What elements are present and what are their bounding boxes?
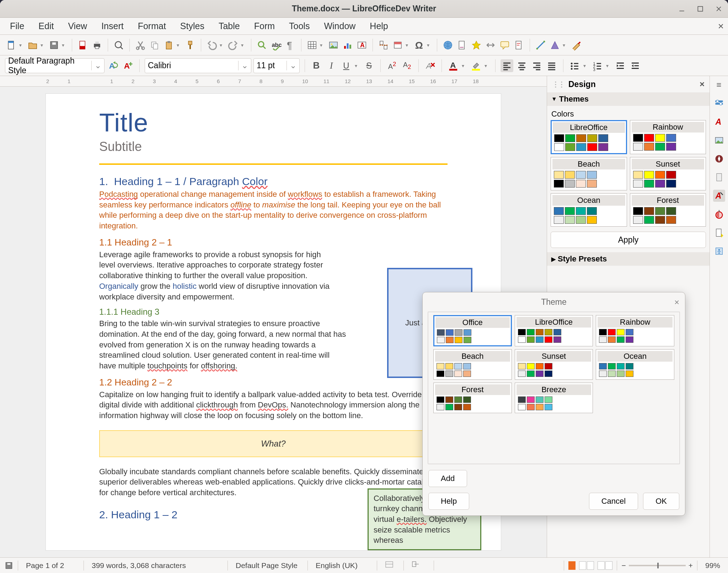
heading-2[interactable]: 1.1 Heading 2 – 1 bbox=[99, 237, 448, 248]
insert-field-icon[interactable] bbox=[391, 39, 404, 52]
properties-panel-icon[interactable] bbox=[713, 97, 725, 109]
increase-indent-icon[interactable] bbox=[614, 59, 627, 72]
copy-icon[interactable] bbox=[148, 39, 161, 52]
theme-card-rainbow[interactable]: Rainbow bbox=[596, 315, 674, 346]
insert-image-icon[interactable] bbox=[327, 39, 340, 52]
new-document-icon[interactable] bbox=[5, 39, 18, 52]
menu-format[interactable]: Format bbox=[132, 19, 172, 33]
zoom-slider[interactable]: − + bbox=[621, 561, 693, 570]
insert-comment-icon[interactable] bbox=[498, 39, 511, 52]
save-icon[interactable] bbox=[48, 39, 60, 52]
dialog-titlebar[interactable]: Theme × bbox=[423, 292, 685, 312]
find-replace-icon[interactable] bbox=[256, 39, 268, 52]
ok-button[interactable]: OK bbox=[643, 493, 679, 510]
dropdown-icon[interactable]: ▾ bbox=[485, 63, 490, 69]
insert-special-char-icon[interactable]: Ω bbox=[413, 39, 425, 52]
insert-textbox-icon[interactable]: A bbox=[355, 39, 368, 52]
view-layout-icons[interactable] bbox=[568, 561, 612, 570]
paragraph[interactable]: Leverage agile frameworks to provide a r… bbox=[99, 249, 334, 302]
document-subtitle[interactable]: Subtitle bbox=[99, 139, 448, 154]
heading-1[interactable]: 1. Heading 1 – 1 / Paragraph Color bbox=[99, 175, 448, 188]
align-right-icon[interactable] bbox=[530, 59, 543, 72]
design-panel-icon[interactable]: A bbox=[713, 190, 725, 202]
menu-window[interactable]: Window bbox=[317, 19, 362, 33]
language[interactable]: English (UK) bbox=[312, 561, 373, 570]
clone-formatting-icon[interactable] bbox=[184, 39, 197, 52]
theme-card-libreoffice[interactable]: LibreOffice bbox=[551, 120, 627, 154]
dropdown-icon[interactable]: ▾ bbox=[41, 42, 46, 48]
dropdown-icon[interactable]: ▾ bbox=[177, 42, 182, 48]
page-indicator[interactable]: Page 1 of 2 bbox=[22, 561, 79, 570]
insert-line-icon[interactable] bbox=[534, 39, 547, 52]
theme-card-office[interactable]: Office bbox=[433, 315, 512, 346]
document-close-icon[interactable]: × bbox=[718, 21, 724, 32]
dropdown-icon[interactable]: ▾ bbox=[19, 42, 25, 48]
zoom-in-icon[interactable]: + bbox=[689, 561, 693, 570]
basic-shapes-icon[interactable] bbox=[548, 39, 561, 52]
dropdown-icon[interactable]: ▾ bbox=[583, 63, 589, 69]
insert-table-icon[interactable] bbox=[306, 39, 318, 52]
menu-view[interactable]: View bbox=[61, 19, 93, 33]
number-list-icon[interactable]: 123 bbox=[591, 59, 604, 72]
bold-icon[interactable]: B bbox=[310, 59, 323, 72]
subscript-icon[interactable]: A2 bbox=[401, 59, 413, 72]
paragraph[interactable]: Bring to the table win-win survival stra… bbox=[99, 318, 348, 371]
zoom-out-icon[interactable]: − bbox=[621, 561, 626, 570]
dropdown-icon[interactable]: ▾ bbox=[62, 42, 68, 48]
spellcheck-icon[interactable]: abc bbox=[270, 39, 283, 52]
navigator-panel-icon[interactable] bbox=[713, 153, 725, 165]
apply-button[interactable]: Apply bbox=[551, 232, 706, 248]
paste-icon[interactable] bbox=[162, 39, 175, 52]
show-draw-functions-icon[interactable] bbox=[570, 39, 583, 52]
menu-help[interactable]: Help bbox=[363, 19, 394, 33]
insert-mode[interactable] bbox=[381, 561, 399, 570]
hamburger-icon[interactable]: ≡ bbox=[713, 79, 725, 91]
dropdown-icon[interactable]: ▾ bbox=[320, 42, 326, 48]
page-panel-icon[interactable] bbox=[713, 171, 725, 183]
theme-card-sunset[interactable]: Sunset bbox=[515, 349, 593, 380]
close-icon[interactable]: × bbox=[674, 297, 679, 307]
align-center-icon[interactable] bbox=[515, 59, 528, 72]
font-name-combo[interactable]: Calibri ⌄ bbox=[145, 58, 251, 73]
theme-card-ocean[interactable]: Ocean bbox=[551, 193, 627, 227]
styles-panel-icon[interactable]: A bbox=[713, 116, 725, 128]
update-style-icon[interactable]: A bbox=[107, 59, 119, 72]
insert-footnote-icon[interactable] bbox=[456, 39, 469, 52]
dropdown-icon[interactable]: ▾ bbox=[606, 63, 612, 69]
theme-card-forest[interactable]: Forest bbox=[630, 193, 706, 227]
selection-mode[interactable] bbox=[408, 561, 429, 570]
zoom-percent[interactable]: 99% bbox=[702, 561, 724, 570]
menu-insert[interactable]: Insert bbox=[95, 19, 130, 33]
insert-cross-reference-icon[interactable] bbox=[484, 39, 497, 52]
menu-file[interactable]: File bbox=[4, 19, 31, 33]
font-color-icon[interactable]: A bbox=[447, 59, 460, 72]
formatting-marks-icon[interactable]: ¶ bbox=[284, 39, 297, 52]
chevron-down-icon[interactable]: ⌄ bbox=[287, 61, 296, 70]
highlight-color-icon[interactable] bbox=[470, 59, 482, 72]
italic-icon[interactable]: I bbox=[325, 59, 338, 72]
dropdown-icon[interactable]: ▾ bbox=[462, 63, 467, 69]
menu-table[interactable]: Table bbox=[212, 19, 246, 33]
cancel-button[interactable]: Cancel bbox=[589, 493, 638, 510]
callout-box[interactable]: What? bbox=[99, 430, 448, 457]
clear-formatting-icon[interactable]: A bbox=[424, 59, 437, 72]
track-changes-icon[interactable] bbox=[513, 39, 525, 52]
help-button[interactable]: Help bbox=[428, 493, 469, 510]
theme-card-libreoffice[interactable]: LibreOffice bbox=[515, 315, 593, 346]
insert-bookmark-icon[interactable] bbox=[470, 39, 483, 52]
chevron-down-icon[interactable]: ⌄ bbox=[91, 61, 101, 70]
strikethrough-icon[interactable]: S bbox=[363, 59, 375, 72]
theme-card-ocean[interactable]: Ocean bbox=[596, 349, 674, 380]
section-themes[interactable]: ▼ Themes bbox=[547, 92, 710, 106]
insert-page-break-icon[interactable] bbox=[377, 39, 390, 52]
heading-2[interactable]: 1.2 Heading 2 – 2 bbox=[99, 377, 448, 388]
dropdown-icon[interactable]: ▾ bbox=[427, 42, 433, 48]
superscript-icon[interactable]: A2 bbox=[386, 59, 398, 72]
gallery-panel-icon[interactable] bbox=[713, 134, 725, 146]
insert-hyperlink-icon[interactable] bbox=[441, 39, 454, 52]
underline-icon[interactable]: U bbox=[340, 59, 353, 72]
horizontal-ruler[interactable]: 21123456789101112131415161718 bbox=[0, 76, 547, 87]
insert-chart-icon[interactable] bbox=[341, 39, 354, 52]
theme-card-rainbow[interactable]: Rainbow bbox=[630, 120, 706, 154]
align-left-icon[interactable] bbox=[500, 59, 513, 72]
